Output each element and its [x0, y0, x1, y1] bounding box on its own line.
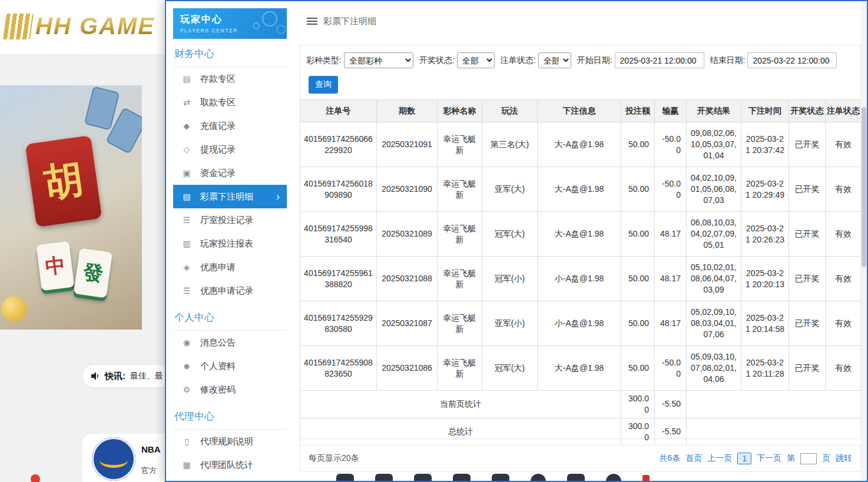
draw-status-select[interactable]: 全部: [457, 52, 495, 68]
summary-empty: [687, 418, 862, 446]
cell-issue: 20250321088: [377, 257, 438, 301]
cell-issue: 20250321090: [377, 167, 438, 212]
cell-bet-time: 2025-03-21 20:14:58: [741, 301, 789, 346]
search-button[interactable]: 查询: [309, 76, 338, 94]
col-header-play: 玩法: [482, 100, 538, 122]
fund-icon: ▣: [181, 168, 192, 178]
cell-bet-time: 2025-03-21 20:11:28: [741, 346, 789, 391]
cell-play: 冠军(小): [482, 257, 538, 301]
end-date-input[interactable]: [747, 52, 837, 68]
sidebar-item-fund-records[interactable]: ▣ 资金记录: [173, 161, 287, 185]
cell-bet-status: 有效: [826, 167, 862, 212]
sidebar-item-label: 彩票下注明细: [200, 191, 253, 202]
sidebar-item-promo-apply-records[interactable]: ☰ 优惠申请记录: [173, 279, 287, 303]
fa-tile: 發: [74, 248, 112, 298]
grand-total-summary-row: 总统计 300.00 -5.50: [300, 418, 862, 446]
cell-bet-time: 2025-03-21 20:37:42: [741, 122, 789, 167]
footer-icon: [531, 474, 546, 481]
cell-lottery-name: 幸运飞艇新: [438, 167, 482, 212]
col-header-draw-status: 开奖状态: [789, 100, 826, 122]
sidebar-item-agent-team-stats[interactable]: ▦ 代理团队统计: [173, 453, 287, 477]
cell-bet-id: 401569174255998316540: [300, 212, 377, 257]
cell-win-loss: -50.00: [655, 346, 687, 391]
cell-bet-amount: 50.00: [621, 122, 655, 167]
col-header-draw-result: 开奖结果: [687, 100, 741, 122]
sidebar-item-label: 充值记录: [200, 121, 236, 132]
jump-page-input[interactable]: [800, 453, 817, 464]
filter-bar: 彩种类型: 全部彩种 开奖状态: 全部 注单状态: 全部 开始日期: 结束日期:: [300, 45, 860, 68]
stats-icon: ▦: [181, 460, 192, 470]
ticker-text: 最佳、最: [130, 371, 163, 381]
sidebar-item-agent-rules[interactable]: ▯ 代理规则说明: [173, 430, 287, 453]
lottery-type-select[interactable]: 全部彩种: [344, 52, 413, 68]
pagination-bar: 每页显示20条 共6条 首页 上一页 1 下一页 第 页 跳转: [300, 445, 861, 472]
sidebar-item-announcements[interactable]: ◉ 消息公告: [173, 331, 287, 354]
site-logo[interactable]: HH GAME: [5, 13, 155, 39]
cell-draw-result: 06,08,10,03,04,02,07,09,05,01: [687, 212, 741, 257]
cell-lottery-name: 幸运飞艇新: [438, 212, 482, 257]
cell-bet-status: 有效: [826, 301, 862, 346]
sidebar-item-deposit[interactable]: ▤ 存款专区: [173, 67, 287, 91]
cell-play: 第三名(大): [482, 122, 538, 167]
summary-win-loss: -5.50: [655, 418, 687, 446]
logo-text: HH GAME: [35, 13, 155, 39]
summary-bet-total: 300.00: [621, 418, 655, 446]
cell-bet-id: 401569174256018909890: [300, 167, 377, 212]
cell-draw-result: 05,09,03,10,07,08,02,01,04,06: [687, 346, 741, 391]
table-row: 401569174255929830580 20250321087 幸运飞艇新 …: [300, 301, 862, 346]
start-date-input[interactable]: [615, 52, 704, 68]
sidebar-item-withdraw[interactable]: ⇄ 取款专区: [173, 91, 287, 114]
draw-status-label: 开奖状态:: [419, 55, 455, 66]
sidebar-item-recharge-records[interactable]: ◆ 充值记录: [173, 114, 287, 138]
bet-status-select[interactable]: 全部: [538, 52, 571, 68]
bubble-decor-icon: [262, 11, 277, 26]
sidebar-item-room-bet-records[interactable]: ☰ 厅室投注记录: [173, 208, 287, 232]
cell-draw-status: 已开奖: [789, 212, 826, 257]
vertical-scrollbar[interactable]: [861, 1, 867, 481]
cell-play: 亚军(小): [482, 301, 538, 346]
cell-win-loss: 48.17: [655, 301, 687, 346]
prev-page-link[interactable]: 上一页: [707, 453, 732, 464]
col-header-bet-status: 注单状态: [826, 100, 862, 122]
section-title: 代理中心: [173, 401, 287, 430]
sidebar-section-agent: 代理中心 ▯ 代理规则说明 ▦ 代理团队统计: [173, 401, 287, 477]
sidebar-item-label: 资金记录: [200, 168, 236, 179]
cell-draw-status: 已开奖: [789, 301, 826, 346]
jump-button[interactable]: 跳转: [836, 453, 852, 464]
cell-bet-id: 401569174255961388820: [300, 257, 377, 301]
scrollbar-thumb[interactable]: [862, 107, 866, 267]
bet-status-label: 注单状态:: [501, 55, 536, 66]
footer-icon: [606, 474, 621, 481]
sidebar-item-player-bet-report[interactable]: ▥ 玩家投注报表: [173, 232, 287, 255]
gold-coin: [1, 296, 27, 322]
sidebar-item-withdraw-records[interactable]: ◇ 提现记录: [173, 138, 287, 161]
first-page-link[interactable]: 首页: [685, 453, 702, 464]
bridge-icon: [100, 453, 128, 468]
logo-mark-icon: [3, 14, 34, 39]
hamburger-menu-icon[interactable]: [307, 16, 317, 26]
footer-icon: [642, 475, 650, 481]
col-header-bet-id: 注单号: [300, 100, 377, 122]
col-header-lottery-name: 彩种名称: [438, 100, 482, 122]
footer-icon: [453, 474, 471, 481]
cell-bet-time: 2025-03-21 20:26:23: [741, 212, 789, 257]
current-page-button[interactable]: 1: [737, 453, 751, 464]
cell-bet-id: 401569174256066229920: [300, 122, 377, 167]
total-count-label: 共6条: [659, 453, 680, 464]
sidebar-item-label: 厅室投注记录: [200, 215, 253, 226]
player-center-modal: 玩家中心 PLAYERS CENTER 财务中心 ▤ 存款专区 ⇄ 取款专区 ◆: [165, 0, 868, 482]
sidebar-item-change-password[interactable]: ⚙ 修改密码: [173, 378, 287, 401]
promo-apply-icon: ◈: [181, 262, 192, 272]
sidebar-item-promo-apply[interactable]: ◈ 优惠申请: [173, 255, 287, 279]
cell-draw-result: 05,02,09,10,08,03,04,01,07,06: [687, 301, 741, 346]
current-page-summary-row: 当前页统计 300.00 -5.50: [300, 391, 862, 418]
sidebar-item-lottery-bet-details[interactable]: ▤ 彩票下注明细 ›: [173, 185, 287, 208]
cell-win-loss: 48.17: [655, 257, 687, 301]
sidebar-item-profile[interactable]: ☻ 个人资料: [173, 354, 287, 378]
sidebar-item-label: 存款专区: [200, 74, 236, 85]
cell-draw-result: 09,08,02,06,10,05,03,07,01,04: [687, 122, 741, 167]
chevron-right-icon: ›: [276, 191, 280, 203]
footer-icon: [492, 474, 509, 481]
cell-draw-status: 已开奖: [789, 257, 826, 301]
next-page-link[interactable]: 下一页: [757, 453, 781, 464]
